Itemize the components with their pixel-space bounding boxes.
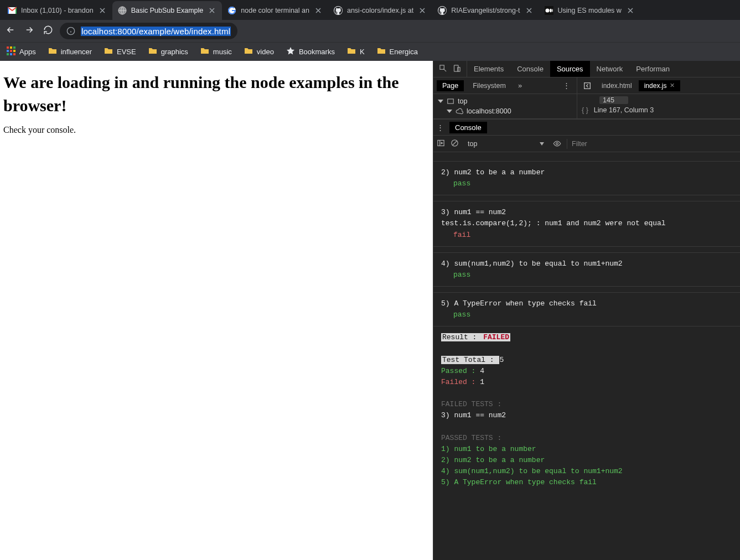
svg-rect-4 bbox=[10, 46, 12, 49]
back-button[interactable] bbox=[6, 25, 15, 37]
close-icon[interactable] bbox=[98, 6, 107, 15]
close-icon[interactable]: ✕ bbox=[670, 82, 675, 89]
devtools-panel: ElementsConsoleSourcesNetworkPerforman P… bbox=[433, 61, 740, 560]
url-text: localhost:8000/example/web/index.html bbox=[81, 27, 231, 36]
bookmark-item[interactable]: K bbox=[347, 46, 365, 57]
console-log-line: 3) num1 == num2 bbox=[441, 207, 732, 218]
cursor-position: Line 167, Column 3 bbox=[594, 106, 654, 114]
apps-icon bbox=[7, 46, 15, 57]
sources-subheader: Page Filesystem » ⋮ index.html index.js bbox=[433, 77, 740, 94]
devtools-tabbar: ElementsConsoleSourcesNetworkPerforman bbox=[433, 61, 740, 77]
close-icon[interactable] bbox=[208, 6, 216, 15]
braces-icon[interactable]: { } bbox=[582, 106, 588, 114]
reload-button[interactable] bbox=[43, 25, 53, 37]
console-context-select[interactable]: top bbox=[464, 139, 547, 149]
favicon-icon bbox=[438, 6, 447, 15]
line-number-box[interactable]: 145 bbox=[599, 96, 628, 104]
bookmark-label: video bbox=[257, 48, 274, 56]
sources-file-tree[interactable]: top localhost:8000 bbox=[433, 94, 577, 118]
clear-console-icon[interactable] bbox=[451, 139, 459, 149]
devtools-tab-elements[interactable]: Elements bbox=[467, 61, 510, 77]
console-log-line: 2) num2 to be a a number bbox=[441, 167, 732, 178]
browser-tab[interactable]: node color terminal an bbox=[222, 1, 328, 20]
folder-icon bbox=[377, 46, 386, 57]
favicon-icon bbox=[8, 6, 17, 15]
folder-icon bbox=[104, 46, 113, 57]
svg-rect-11 bbox=[13, 53, 15, 55]
devtools-tab-console[interactable]: Console bbox=[510, 61, 550, 77]
svg-rect-15 bbox=[584, 82, 591, 89]
drawer-header: ⋮ Console bbox=[433, 119, 740, 136]
browser-tab[interactable]: Inbox (1,010) - brandon bbox=[2, 1, 112, 20]
tab-title: Basic PubSub Example bbox=[131, 7, 204, 14]
console-output[interactable]: 2) num2 to be a a numberpass3) num1 == n… bbox=[433, 152, 740, 560]
console-log-line: 4) sum(num1,num2) to be equal to num1+nu… bbox=[441, 258, 732, 269]
bookmark-label: Apps bbox=[19, 48, 36, 56]
sources-nav-page[interactable]: Page bbox=[437, 80, 464, 91]
sources-nav-filesystem[interactable]: Filesystem bbox=[467, 80, 511, 91]
bookmark-label: influencer bbox=[61, 48, 92, 56]
close-icon[interactable] bbox=[314, 6, 323, 15]
inspect-icon[interactable] bbox=[439, 64, 447, 74]
browser-tab[interactable]: Basic PubSub Example bbox=[112, 1, 222, 20]
file-tab-index-html[interactable]: index.html bbox=[596, 80, 638, 91]
console-sidebar-toggle-icon[interactable] bbox=[437, 139, 445, 149]
forward-button[interactable] bbox=[24, 25, 34, 37]
browser-toolbar: localhost:8000/example/web/index.html bbox=[0, 20, 740, 42]
file-step-back-icon[interactable] bbox=[579, 81, 595, 90]
devtools-tab-performan[interactable]: Performan bbox=[629, 61, 676, 77]
tree-row-host[interactable]: localhost:8000 bbox=[434, 106, 576, 116]
bookmarks-bar: Apps influencer EVSE graphics music vide… bbox=[0, 42, 740, 61]
console-log-group: 3) num1 == num2test.is.compare(1,2); : n… bbox=[433, 201, 740, 246]
favicon-icon bbox=[545, 6, 553, 15]
bookmark-item[interactable]: music bbox=[200, 46, 232, 57]
file-tab-index-js[interactable]: index.js ✕ bbox=[639, 80, 681, 91]
console-filter-input[interactable]: Filter bbox=[567, 139, 737, 149]
sources-nav-more-icon[interactable]: » bbox=[515, 81, 525, 90]
folder-icon bbox=[200, 46, 209, 57]
bookmark-item[interactable]: EVSE bbox=[104, 46, 136, 57]
drawer-tab-console[interactable]: Console bbox=[449, 122, 487, 133]
close-icon[interactable] bbox=[626, 6, 635, 15]
folder-icon bbox=[48, 46, 57, 57]
live-expression-icon[interactable] bbox=[553, 139, 561, 148]
bookmark-item[interactable]: video bbox=[244, 46, 274, 57]
folder-icon bbox=[347, 46, 356, 57]
bookmark-label: music bbox=[213, 48, 232, 56]
devtools-tab-network[interactable]: Network bbox=[590, 61, 630, 77]
devtools-tab-sources[interactable]: Sources bbox=[550, 61, 590, 77]
favicon-icon bbox=[118, 6, 127, 15]
site-info-icon[interactable] bbox=[66, 27, 75, 35]
tree-row-top[interactable]: top bbox=[434, 96, 576, 106]
close-icon[interactable] bbox=[525, 6, 534, 15]
svg-rect-7 bbox=[10, 50, 12, 52]
bookmark-label: EVSE bbox=[117, 48, 136, 56]
bookmark-item[interactable]: graphics bbox=[148, 46, 188, 57]
console-log-line: pass bbox=[441, 178, 732, 189]
bookmark-label: K bbox=[360, 48, 365, 56]
svg-rect-6 bbox=[7, 50, 9, 52]
svg-rect-10 bbox=[10, 53, 12, 55]
device-toggle-icon[interactable] bbox=[453, 64, 461, 74]
browser-tab[interactable]: RIAEvangelist/strong-t bbox=[432, 1, 539, 20]
drawer-kebab-icon[interactable]: ⋮ bbox=[437, 123, 444, 132]
file-tab-label: index.html bbox=[602, 82, 632, 90]
address-bar[interactable]: localhost:8000/example/web/index.html bbox=[60, 23, 237, 39]
chevron-down-icon bbox=[447, 110, 452, 113]
bookmark-item[interactable]: Energica bbox=[377, 46, 418, 57]
bookmark-item[interactable]: Apps bbox=[7, 46, 36, 57]
close-icon[interactable] bbox=[418, 6, 427, 15]
sources-nav-kebab-icon[interactable]: ⋮ bbox=[560, 81, 573, 90]
bookmark-label: graphics bbox=[161, 48, 188, 56]
console-summary: Result : FAILED Test Total : 5Passed : 4… bbox=[433, 326, 740, 489]
svg-line-20 bbox=[453, 141, 457, 145]
open-file-tabs: index.html index.js ✕ bbox=[577, 77, 740, 94]
favicon-icon bbox=[227, 6, 236, 15]
svg-rect-3 bbox=[7, 46, 9, 49]
bookmark-item[interactable]: influencer bbox=[48, 46, 92, 57]
browser-tab[interactable]: Using ES modules w bbox=[539, 1, 640, 20]
bookmark-item[interactable]: Bookmarks bbox=[286, 46, 335, 57]
svg-rect-8 bbox=[13, 50, 15, 52]
browser-tab[interactable]: ansi-colors/index.js at bbox=[328, 1, 432, 20]
svg-rect-16 bbox=[448, 99, 454, 103]
